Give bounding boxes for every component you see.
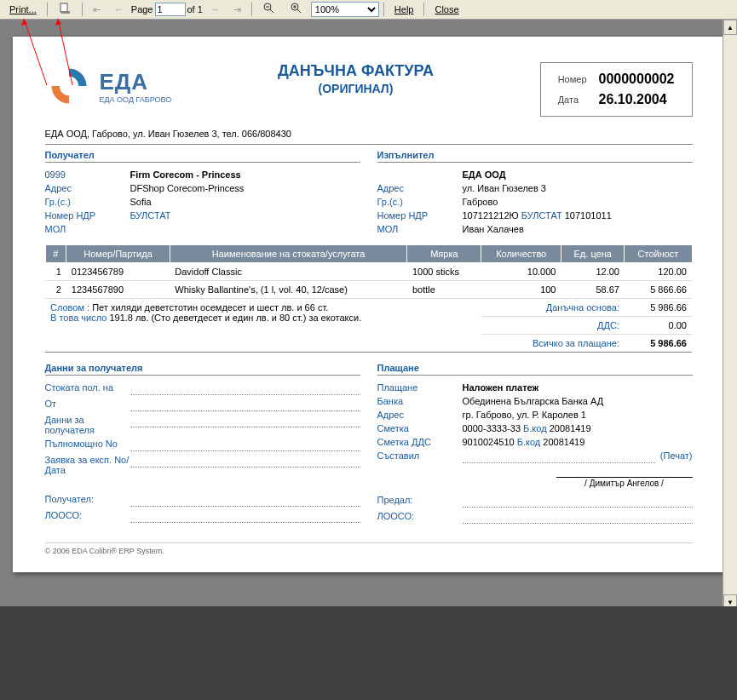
svg-rect-1 (61, 11, 70, 14)
table-row: 10123456789Davidoff Classic1000 sticks10… (45, 263, 692, 281)
help-button[interactable]: Help (389, 2, 420, 17)
print-button[interactable]: Print... (3, 2, 43, 17)
signature: / Димитър Ангелов / (556, 477, 693, 488)
svg-rect-0 (60, 3, 67, 12)
first-page-button[interactable]: ⇤ (87, 2, 107, 18)
supplier-block: Изпълнител ЕДА ООД Адресул. Иван Гюзелев… (377, 150, 693, 236)
svg-line-3 (270, 9, 273, 13)
prev-page-button[interactable]: ← (108, 2, 130, 17)
page-label: Page (131, 4, 153, 14)
preview-viewport: ЕДАЕДА ООД ГАБРОВО ДАНЪЧНА ФАКТУРА(ОРИГИ… (0, 20, 737, 606)
page-of-label: of 1 (187, 4, 203, 14)
footer: © 2006 EDA Colibri® ERP System. (45, 542, 693, 555)
logo: ЕДАЕДА ООД ГАБРОВО (45, 62, 172, 110)
recipient-block: Получател 0999Firm Corecom - Princess Ад… (45, 150, 360, 236)
invoice-meta: Номер0000000002 Дата26.10.2004 (540, 62, 693, 117)
page-input[interactable] (155, 3, 186, 16)
company-line: ЕДА ООД, Габрово, ул. Иван Гюзелев 3, те… (45, 129, 693, 139)
svg-line-6 (297, 9, 301, 13)
items-table: #Номер/ПартидаНаименование на стоката/ус… (45, 244, 693, 353)
next-page-button[interactable]: → (204, 2, 226, 17)
close-button[interactable]: Close (429, 2, 464, 17)
zoom-out-button[interactable] (256, 0, 282, 20)
invoice-title: ДАНЪЧНА ФАКТУРА(ОРИГИНАЛ) (171, 62, 539, 95)
table-row: 21234567890Whisky Ballantine's, (1 l, vo… (45, 281, 692, 299)
invoice-page: ЕДАЕДА ООД ГАБРОВО ДАНЪЧНА ФАКТУРА(ОРИГИ… (13, 37, 725, 572)
payment-block: Плащане ПлащанеНаложен платеж БанкаОбеди… (377, 363, 693, 525)
scroll-down-icon[interactable]: ▼ (723, 594, 737, 606)
recipient-data-block: Данни за получателя Стоката пол. на От Д… (45, 363, 360, 525)
vertical-scrollbar[interactable]: ▲ ▼ (723, 20, 737, 606)
scroll-up-icon[interactable]: ▲ (723, 20, 737, 35)
zoom-select[interactable]: 100% (311, 2, 379, 17)
last-page-button[interactable]: ⇥ (227, 2, 247, 18)
zoom-in-button[interactable] (284, 0, 309, 20)
page-setup-button[interactable] (52, 0, 78, 20)
toolbar: Print... ⇤ ← Page of 1 → ⇥ 100% Help Clo… (0, 0, 737, 20)
